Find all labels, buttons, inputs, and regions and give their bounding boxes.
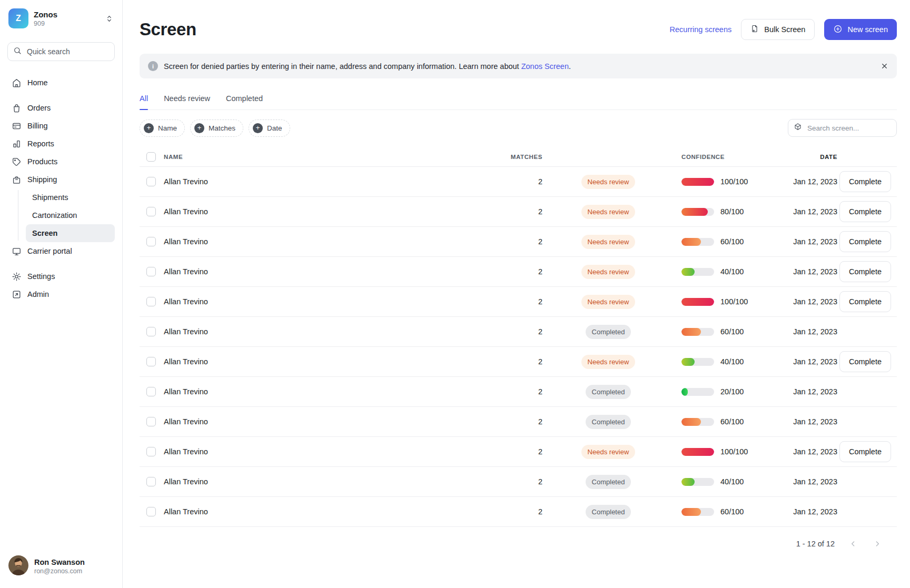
user-name: Ron Swanson <box>34 558 85 566</box>
table-row: Allan Trevino 2 Completed 20/100 Jan 12,… <box>140 377 897 407</box>
sidebar-item-home[interactable]: Home <box>7 74 115 92</box>
row-confidence: 40/100 <box>674 477 769 486</box>
confidence-value: 100/100 <box>720 177 748 186</box>
row-name: Allan Trevino <box>164 507 506 516</box>
chevron-right-icon[interactable] <box>865 540 889 548</box>
confidence-value: 40/100 <box>720 477 744 486</box>
row-checkbox[interactable] <box>146 387 156 396</box>
row-checkbox[interactable] <box>146 327 156 336</box>
filter-date[interactable]: +Date <box>249 119 290 137</box>
zonos-screen-link[interactable]: Zonos Screen <box>521 62 569 71</box>
sidebar-item-label: Admin <box>27 290 49 298</box>
sidebar-item-orders[interactable]: Orders <box>7 99 115 117</box>
tab-needs-review[interactable]: Needs review <box>164 94 210 109</box>
row-confidence: 60/100 <box>674 327 769 336</box>
row-date: Jan 12, 2023 <box>769 177 837 186</box>
select-all-checkbox[interactable] <box>146 152 156 162</box>
confidence-value: 40/100 <box>720 357 744 366</box>
row-name: Allan Trevino <box>164 327 506 336</box>
quick-search-input[interactable] <box>26 47 109 56</box>
complete-button[interactable]: Complete <box>839 261 891 282</box>
row-checkbox[interactable] <box>146 297 156 306</box>
sidebar-item-admin[interactable]: Admin <box>7 285 115 303</box>
sidebar-item-settings[interactable]: Settings <box>7 267 115 285</box>
shopping-bag-icon <box>12 103 22 113</box>
confidence-value: 60/100 <box>720 237 744 246</box>
row-matches: 2 <box>506 387 542 396</box>
row-confidence: 40/100 <box>674 267 769 276</box>
status-badge: Needs review <box>581 175 636 189</box>
info-banner: i Screen for denied parties by entering … <box>140 54 897 78</box>
sidebar-item-billing[interactable]: Billing <box>7 117 115 135</box>
row-checkbox[interactable] <box>146 477 156 486</box>
status-badge: Needs review <box>581 355 636 369</box>
table-row: Allan Trevino 2 Completed 60/100 Jan 12,… <box>140 497 897 527</box>
filter-matches[interactable]: +Matches <box>190 119 243 137</box>
row-matches: 2 <box>506 417 542 426</box>
zonos-logo: Z <box>8 8 28 28</box>
sidebar-item-shipments[interactable]: Shipments <box>26 188 115 206</box>
status-badge: Completed <box>586 385 631 399</box>
row-checkbox[interactable] <box>146 177 156 186</box>
table-header: NAME MATCHES CONFIDENCE DATE <box>140 147 897 167</box>
tab-completed[interactable]: Completed <box>226 94 263 109</box>
user-menu[interactable]: Ron Swanson ron@zonos.com <box>7 553 115 580</box>
document-plus-icon <box>750 24 759 35</box>
filter-name[interactable]: +Name <box>140 119 185 137</box>
sidebar-item-shipping[interactable]: Shipping <box>7 171 115 188</box>
complete-button[interactable]: Complete <box>839 231 891 252</box>
confidence-bar <box>681 208 714 216</box>
row-checkbox[interactable] <box>146 357 156 366</box>
row-checkbox[interactable] <box>146 237 156 246</box>
row-checkbox[interactable] <box>146 417 156 426</box>
row-checkbox[interactable] <box>146 507 156 516</box>
row-name: Allan Trevino <box>164 267 506 276</box>
row-checkbox[interactable] <box>146 207 156 216</box>
table-row: Allan Trevino 2 Needs review 100/100 Jan… <box>140 167 897 197</box>
plus-icon: + <box>194 123 204 133</box>
confidence-value: 100/100 <box>720 447 748 456</box>
column-header-matches: MATCHES <box>506 154 542 160</box>
pagination: 1 - 12 of 12 <box>140 527 897 561</box>
confidence-bar-fill <box>681 178 714 186</box>
sidebar-item-reports[interactable]: Reports <box>7 135 115 153</box>
row-date: Jan 12, 2023 <box>769 297 837 306</box>
sidebar-item-products[interactable]: Products <box>7 153 115 171</box>
confidence-value: 20/100 <box>720 387 744 396</box>
org-switcher[interactable]: Z Zonos 909 <box>7 7 115 29</box>
row-checkbox[interactable] <box>146 267 156 276</box>
row-name: Allan Trevino <box>164 417 506 426</box>
chevron-left-icon[interactable] <box>841 540 865 548</box>
plus-circle-icon <box>833 24 843 35</box>
complete-button[interactable]: Complete <box>839 351 891 372</box>
screen-search[interactable] <box>788 119 897 137</box>
recurring-screens-link[interactable]: Recurring screens <box>670 25 732 34</box>
tab-bar: All Needs review Completed <box>140 94 897 110</box>
credit-card-icon <box>12 121 22 131</box>
sidebar: Z Zonos 909 Home Orders <box>0 0 123 588</box>
tab-all[interactable]: All <box>140 94 148 109</box>
row-checkbox[interactable] <box>146 447 156 456</box>
sidebar-item-label: Settings <box>27 272 55 281</box>
complete-button[interactable]: Complete <box>839 201 891 222</box>
table-row: Allan Trevino 2 Needs review 40/100 Jan … <box>140 257 897 287</box>
confidence-value: 100/100 <box>720 297 748 306</box>
sidebar-item-label: Cartonization <box>32 211 77 220</box>
screen-search-input[interactable] <box>806 124 891 133</box>
confidence-bar-fill <box>681 298 714 306</box>
bulk-screen-button[interactable]: Bulk Screen <box>741 19 815 40</box>
row-date: Jan 12, 2023 <box>769 237 837 246</box>
complete-button[interactable]: Complete <box>839 441 891 462</box>
sidebar-item-screen[interactable]: Screen <box>26 224 115 242</box>
complete-button[interactable]: Complete <box>839 171 891 192</box>
sidebar-item-carrier-portal[interactable]: Carrier portal <box>7 242 115 260</box>
row-confidence: 80/100 <box>674 207 769 216</box>
sidebar-item-cartonization[interactable]: Cartonization <box>26 206 115 224</box>
complete-button[interactable]: Complete <box>839 291 891 312</box>
chevron-up-down-icon[interactable] <box>105 14 114 23</box>
close-icon[interactable] <box>881 62 888 70</box>
quick-search[interactable] <box>7 42 115 61</box>
sidebar-nav: Home Orders Billing Reports Products S <box>7 74 115 303</box>
row-confidence: 60/100 <box>674 417 769 426</box>
new-screen-button[interactable]: New screen <box>824 19 897 40</box>
